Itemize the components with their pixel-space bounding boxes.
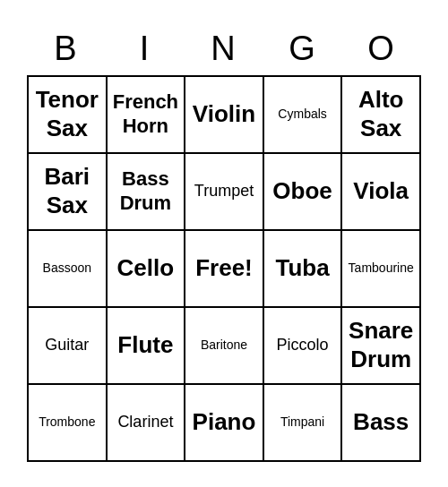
cell-text-3: Cymbals <box>278 107 326 122</box>
bingo-cell-1: French Horn <box>108 77 186 154</box>
bingo-cell-2: Violin <box>185 77 264 154</box>
bingo-cell-9: Viola <box>342 154 421 231</box>
header-letter-o: O <box>342 26 421 72</box>
cell-text-20: Trombone <box>39 414 95 430</box>
bingo-cell-3: Cymbals <box>264 77 343 154</box>
cell-text-2: Violin <box>193 100 255 128</box>
cell-text-9: Viola <box>353 177 409 205</box>
bingo-header: BINGO <box>27 26 421 72</box>
cell-text-8: Oboe <box>272 177 332 205</box>
bingo-card: BINGO Tenor SaxFrench HornViolinCymbalsA… <box>18 17 430 471</box>
bingo-cell-11: Cello <box>108 231 186 308</box>
cell-text-24: Bass <box>353 408 409 436</box>
cell-text-10: Bassoon <box>43 261 91 276</box>
header-letter-n: N <box>185 26 263 72</box>
cell-text-7: Trumpet <box>194 182 254 201</box>
bingo-cell-22: Piano <box>185 385 264 462</box>
bingo-cell-20: Trombone <box>29 385 108 462</box>
cell-text-18: Piccolo <box>277 336 329 355</box>
cell-text-22: Piano <box>193 408 256 436</box>
bingo-cell-8: Oboe <box>264 154 343 231</box>
header-letter-i: I <box>106 26 185 72</box>
cell-text-13: Tuba <box>276 254 330 282</box>
bingo-cell-13: Tuba <box>264 231 343 308</box>
header-letter-b: B <box>27 26 106 72</box>
bingo-cell-16: Flute <box>108 308 186 385</box>
cell-text-5: Bari Sax <box>32 163 102 218</box>
cell-text-15: Guitar <box>45 336 89 355</box>
cell-text-6: Bass Drum <box>111 167 181 215</box>
bingo-cell-10: Bassoon <box>29 231 108 308</box>
bingo-cell-23: Timpani <box>264 385 343 462</box>
cell-text-17: Baritone <box>201 337 247 353</box>
cell-text-0: Tenor Sax <box>32 86 102 141</box>
bingo-cell-17: Baritone <box>185 308 264 385</box>
bingo-cell-18: Piccolo <box>264 308 343 385</box>
bingo-cell-5: Bari Sax <box>29 154 108 231</box>
bingo-cell-24: Bass <box>342 385 421 462</box>
bingo-grid: Tenor SaxFrench HornViolinCymbalsAlto Sa… <box>27 75 421 462</box>
cell-text-12: Free! <box>195 254 253 282</box>
cell-text-11: Cello <box>117 254 175 282</box>
bingo-cell-6: Bass Drum <box>108 154 186 231</box>
cell-text-21: Clarinet <box>117 413 173 432</box>
cell-text-19: Snare Drum <box>346 317 416 372</box>
header-letter-g: G <box>263 26 342 72</box>
cell-text-1: French Horn <box>111 90 181 138</box>
bingo-cell-14: Tambourine <box>342 231 421 308</box>
bingo-cell-19: Snare Drum <box>342 308 421 385</box>
cell-text-16: Flute <box>117 331 173 359</box>
bingo-cell-12: Free! <box>185 231 264 308</box>
bingo-cell-0: Tenor Sax <box>29 77 108 154</box>
bingo-cell-21: Clarinet <box>108 385 186 462</box>
bingo-cell-4: Alto Sax <box>342 77 421 154</box>
bingo-cell-15: Guitar <box>29 308 108 385</box>
cell-text-23: Timpani <box>280 414 324 430</box>
cell-text-4: Alto Sax <box>346 86 416 141</box>
bingo-cell-7: Trumpet <box>185 154 264 231</box>
cell-text-14: Tambourine <box>349 261 414 276</box>
